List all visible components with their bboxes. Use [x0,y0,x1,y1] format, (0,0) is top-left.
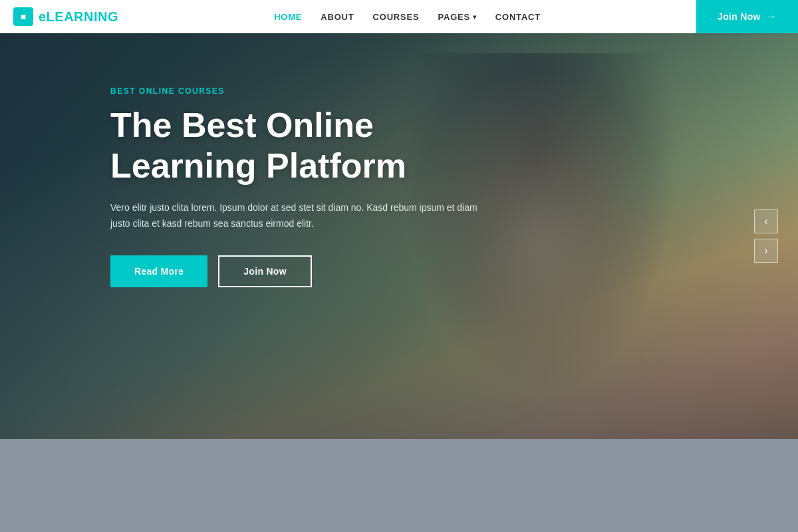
navbar: ■ eLEARNING HOME ABOUT COURSES PAGES ▾ C… [0,0,798,33]
hero-section: BEST ONLINE COURSES The Best Online Lear… [0,33,798,439]
nav-item-about[interactable]: ABOUT [321,12,354,22]
read-more-button[interactable]: Read More [110,255,207,287]
bottom-section [0,439,798,532]
nav-links: HOME ABOUT COURSES PAGES ▾ CONTACT [274,12,541,22]
join-now-button[interactable]: Join Now [218,255,312,287]
nav-item-courses[interactable]: COURSES [373,12,420,22]
nav-item-contact[interactable]: CONTACT [495,12,541,22]
nav-join-button[interactable]: Join Now → [696,0,798,33]
hero-content: BEST ONLINE COURSES The Best Online Lear… [0,33,798,287]
arrow-right-icon: → [766,11,777,23]
hero-description: Vero elitr justo clita lorem. Ipsum dolo… [110,200,496,232]
brand-name: eLEARNING [39,9,118,25]
hero-buttons: Read More Join Now [110,255,798,287]
hero-subtitle: BEST ONLINE COURSES [110,86,798,96]
nav-item-home[interactable]: HOME [274,12,302,22]
brand-logo[interactable]: ■ eLEARNING [0,7,118,26]
slider-arrows: ‹ › [754,209,778,263]
brand-icon-symbol: ■ [21,11,26,22]
chevron-down-icon: ▾ [473,13,477,21]
brand-icon: ■ [13,7,33,26]
nav-item-pages[interactable]: PAGES ▾ [438,12,476,22]
slider-next-button[interactable]: › [754,239,778,263]
slider-prev-button[interactable]: ‹ [754,209,778,233]
hero-title: The Best Online Learning Platform [110,105,483,187]
